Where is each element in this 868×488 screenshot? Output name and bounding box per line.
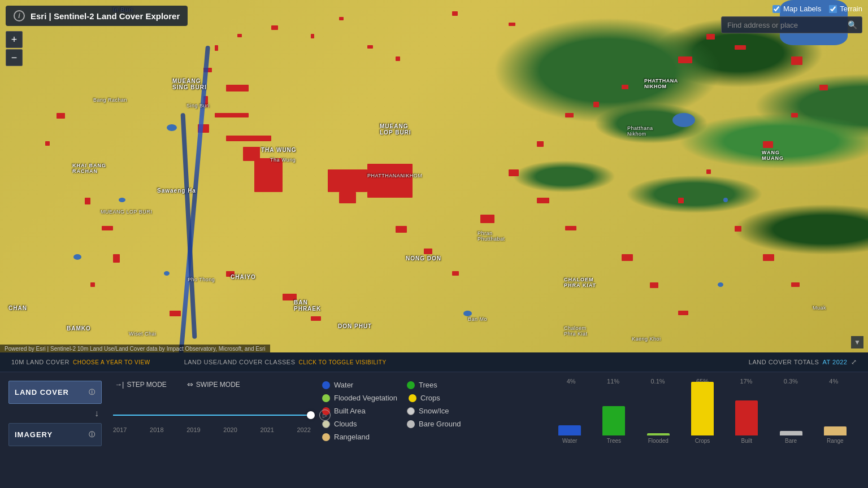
legend-item-crops[interactable]: Crops [409,394,482,402]
map-label-phran: PhranPhutthabat [478,230,505,242]
legend-dot-snow [407,407,415,415]
built-area-marker [396,226,407,233]
map-label-khai-bang: KHAI BANGRACHAN [72,163,106,174]
pct-water: 4% [567,378,576,385]
bar-label-water: Water [562,438,577,444]
year-2017: 2017 [113,426,127,433]
built-area-marker [226,136,271,141]
map-label-tha-wung: Tha Wung [270,157,296,163]
map-label-bamko: BAMKO [67,325,91,332]
legend-item-snow[interactable]: Snow/Ice [407,407,480,415]
info-icon[interactable]: i [14,10,25,21]
scroll-indicator[interactable]: ▼ [851,336,863,348]
terrain-checkbox[interactable] [829,5,837,13]
map-label-phatthananikhom: PHATTHANANIKHOM [644,78,678,89]
bar-water-fill [558,425,581,435]
legend-item-clouds[interactable]: Clouds [322,420,396,428]
imagery-info-icon[interactable]: ⓘ [89,430,96,439]
built-area-marker [424,249,432,254]
legend-dot-clouds [322,420,330,428]
zoom-in-button[interactable]: + [6,31,23,48]
classes-section-header: LAND USE/LAND COVER CLASSES CLICK TO TOG… [184,359,387,365]
water-body [73,254,81,260]
built-area-marker [90,282,95,287]
built-area-marker [215,45,218,51]
search-bar[interactable]: 🔍 [721,16,862,33]
attribution-text: Powered by Esri | Sentinel-2 10m Land Us… [5,346,266,352]
water-body [167,124,177,131]
toggle-visibility-label[interactable]: CLICK TO TOGGLE VISIBILITY [299,359,387,365]
legend-dot-rangeland [322,433,330,441]
zoom-out-button[interactable]: − [6,49,23,66]
legend-dot-bare [407,420,415,428]
legend-dot-trees [407,381,415,389]
legend-item-water[interactable]: Water [322,381,396,389]
legend-item-rangeland[interactable]: Rangeland [322,433,396,441]
bar-range-fill [824,426,847,435]
water-body [718,282,723,287]
timeline-track[interactable]: ▷ [110,407,314,424]
year-2018: 2018 [150,426,163,433]
zoom-controls: + − [6,31,23,66]
legend-dot-crops [409,394,416,402]
search-input[interactable] [722,18,843,33]
legend-item-bare[interactable]: Bare Ground [407,420,480,428]
built-area-marker [170,311,181,316]
legend-item-flooded-veg[interactable]: Flooded Vegetation [322,394,397,402]
land-cover-info-icon[interactable]: ⓘ [89,388,96,396]
water-body [119,198,125,202]
water-body [164,271,170,276]
bar-water: Water [558,425,581,444]
built-area-marker [480,215,494,223]
swipe-mode-button[interactable]: ⇔ SWIPE MODE [183,378,245,391]
built-area-marker [311,34,314,38]
top-right-controls: Map Labels Terrain 🔍 [721,5,862,33]
search-icon[interactable]: 🔍 [843,17,862,33]
swipe-mode-icon: ⇔ [187,380,193,389]
bar-label-bare: Bare [785,438,797,444]
land-cover-button[interactable]: LAND COVER ⓘ [8,381,102,404]
bar-flooded: Flooded [647,433,670,444]
map-labels-checkbox[interactable] [772,5,780,13]
built-area-marker [367,45,373,49]
built-area-marker [791,113,798,117]
map-labels-checkbox-label[interactable]: Map Labels [772,5,821,13]
expand-chart-icon[interactable]: ⤢ [851,358,857,366]
map-container[interactable]: In Buri MUEANGSING BURI Bang Rachan Sing… [0,0,868,353]
timeline-handle[interactable] [307,411,315,419]
map-label-mueang-sing-buri: MUEANGSING BURI [172,78,207,90]
map-label-bang-rachan: Bang Rachan [93,97,127,103]
imagery-button[interactable]: IMAGERY ⓘ [8,423,102,446]
chart-section: 4% 11% 0.1% 65% 17% 0.3% 4% Water Trees [545,378,860,482]
bar-chart: Water Trees Flooded Crops Built [545,387,860,444]
built-area-marker [339,192,356,203]
totals-section-header: LAND COVER TOTALS AT 2022 ⤢ [749,358,857,366]
bottom-panel-header: 10M LAND COVER CHOOSE A YEAR TO VIEW LAN… [0,352,868,372]
map-label-ban-mo: Ban Mo [468,316,487,322]
built-area-marker [509,169,519,176]
totals-year: AT 2022 [822,359,847,365]
map-label-tha-chang: Sawaeng Ha [157,188,196,194]
pct-flooded: 0.1% [650,378,665,385]
built-area-marker [237,34,242,37]
bar-trees-fill [602,406,625,435]
built-area-marker [565,226,576,230]
map-label-sing-buri: Sing Buri [186,103,210,108]
built-area-marker [226,85,249,91]
legend-item-trees[interactable]: Trees [407,381,480,389]
built-area-marker [271,25,278,30]
built-area-marker [339,17,344,20]
bar-label-flooded: Flooded [648,438,669,444]
legend-item-built[interactable]: Built Area [322,407,396,415]
built-area-marker [367,164,413,198]
download-icon[interactable]: ↓ [94,408,99,418]
terrain-checkbox-label[interactable]: Terrain [829,5,862,13]
play-button[interactable]: ▷ [319,409,331,421]
map-label-wang-muang: WANGMUANG [762,150,784,161]
map-label-lop-buri: PHATTHANANIKHOM [367,173,422,178]
bar-range: Range [824,426,847,444]
choose-year-label[interactable]: CHOOSE A YEAR TO VIEW [73,359,150,365]
step-mode-button[interactable]: →| STEP MODE [110,378,171,391]
pct-range: 4% [829,378,838,385]
built-area-marker [678,198,684,203]
